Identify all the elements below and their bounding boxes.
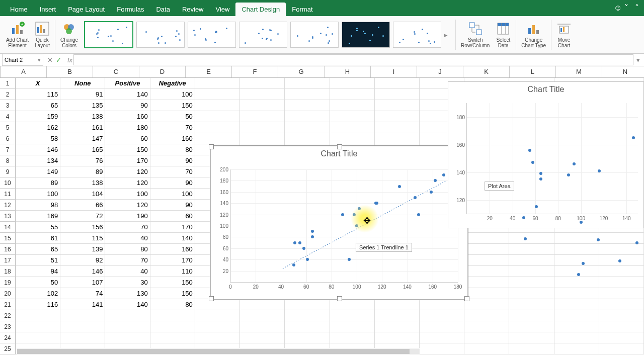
cell[interactable] [195,89,240,100]
cell[interactable]: 94 [16,266,60,277]
cell[interactable]: 70 [150,166,195,177]
data-point[interactable] [302,247,305,250]
cell[interactable] [105,310,150,321]
column-header[interactable]: L [510,66,556,77]
cell[interactable]: 74 [60,288,105,299]
cell[interactable] [464,321,509,332]
cell[interactable] [420,321,464,332]
data-point[interactable] [635,241,638,244]
cell[interactable]: 170 [150,222,195,233]
resize-handle[interactable] [337,296,342,301]
tab-view[interactable]: View [210,3,236,16]
cell[interactable]: 89 [16,177,60,189]
cell[interactable]: 159 [16,111,60,122]
column-header[interactable]: A [1,66,47,77]
cell[interactable]: 80 [150,144,195,155]
cell[interactable] [464,288,509,299]
resize-handle[interactable] [464,296,469,301]
data-point[interactable] [298,241,301,244]
row-header[interactable]: 5 [0,122,16,133]
cell[interactable] [330,133,375,144]
chart-style-2[interactable] [136,22,185,48]
cell[interactable] [464,266,509,277]
cell[interactable] [105,321,150,332]
cell[interactable]: 90 [150,155,195,166]
cell[interactable] [509,332,554,343]
cell[interactable]: 170 [150,255,195,266]
data-point[interactable] [522,216,525,219]
cell[interactable] [554,266,599,277]
name-box-dropdown-icon[interactable]: ▾ [38,57,41,63]
cell[interactable] [240,310,285,321]
chart-style-6[interactable] [342,22,390,48]
cell[interactable]: 40 [105,266,150,277]
cell[interactable]: 104 [60,189,105,200]
cell[interactable] [464,255,509,266]
data-point[interactable] [539,172,542,175]
cell[interactable] [554,343,599,354]
cell[interactable]: 135 [60,100,105,111]
cell[interactable] [150,310,195,321]
cell[interactable] [464,332,509,343]
column-header[interactable]: J [417,66,463,77]
data-point[interactable] [417,213,420,216]
tab-chart-design[interactable]: Chart Design [235,3,286,16]
cell[interactable]: 107 [60,277,105,288]
cell[interactable] [60,332,105,343]
cell[interactable]: None [60,78,105,89]
cell[interactable]: 60 [105,133,150,144]
cell[interactable] [554,233,599,244]
row-header[interactable]: 22 [0,310,16,321]
cell[interactable] [509,343,554,354]
data-point[interactable] [524,237,527,240]
cell[interactable]: 55 [16,222,60,233]
data-point[interactable] [535,205,538,208]
row-header[interactable]: 25 [0,343,16,354]
cell[interactable] [464,310,509,321]
cell[interactable] [195,100,240,111]
row-header[interactable]: 8 [0,155,16,166]
column-header[interactable]: N [602,66,644,77]
column-header[interactable]: D [139,66,186,77]
cell[interactable] [509,277,554,288]
cell[interactable]: 116 [16,299,60,310]
cell[interactable] [195,78,240,89]
cell[interactable] [240,332,285,343]
cell[interactable] [240,122,285,133]
data-point[interactable] [442,173,445,176]
cell[interactable] [375,310,420,321]
cell[interactable] [375,111,420,122]
cell[interactable]: X [16,78,60,89]
chart-style-3[interactable] [188,22,236,48]
cell[interactable] [150,321,195,332]
cell[interactable] [599,299,644,310]
tab-home[interactable]: Home [4,3,34,16]
cell[interactable] [420,343,464,354]
data-point[interactable] [311,230,314,233]
cell[interactable] [240,89,285,100]
cell[interactable] [285,332,330,343]
cell[interactable]: 70 [105,222,150,233]
data-point[interactable] [293,241,296,244]
row-header[interactable]: 15 [0,233,16,244]
formula-bar[interactable] [73,54,633,65]
chart-style-5[interactable] [290,22,339,48]
data-point[interactable] [414,196,417,199]
cell[interactable]: 180 [105,122,150,133]
cell[interactable] [195,133,240,144]
cell[interactable]: 100 [150,89,195,100]
chart-style-7[interactable] [393,22,441,48]
row-header[interactable]: 11 [0,189,16,200]
column-header[interactable]: C [93,66,139,77]
cell[interactable]: 100 [150,189,195,200]
cell[interactable] [599,343,644,354]
cell[interactable] [330,310,375,321]
cell[interactable] [599,255,644,266]
row-header[interactable]: 4 [0,111,16,122]
tab-formulas[interactable]: Formulas [111,3,150,16]
cell[interactable]: 40 [105,233,150,244]
enter-icon[interactable]: ✓ [56,56,61,64]
row-header[interactable]: 13 [0,211,16,222]
fx-icon[interactable]: fx [67,56,72,64]
cell[interactable]: 120 [105,177,150,189]
